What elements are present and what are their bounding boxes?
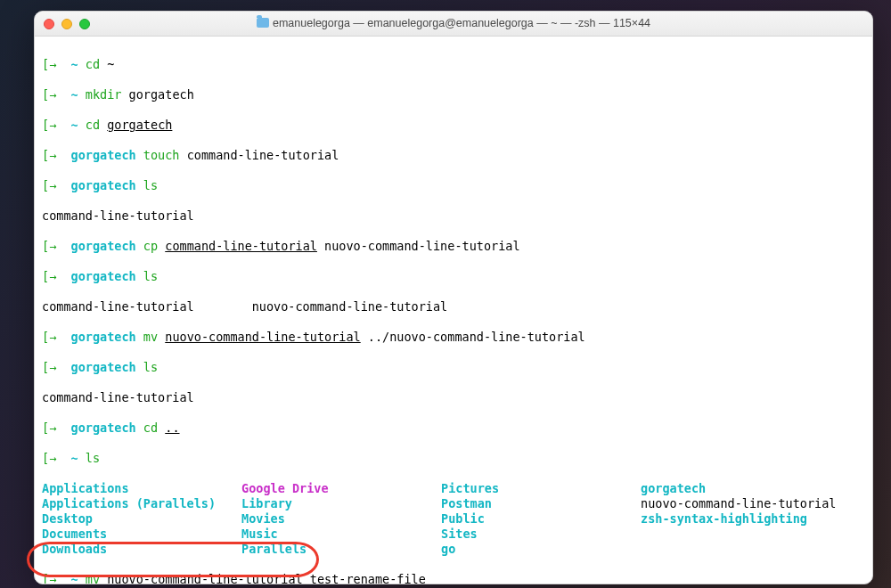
list-item: Applications bbox=[42, 481, 241, 496]
list-item: Documents bbox=[42, 527, 241, 542]
list-item: Library bbox=[241, 496, 441, 511]
output-line: command-line-tutorial bbox=[42, 208, 865, 224]
list-item: gorgatech bbox=[641, 481, 840, 496]
list-item: Postman bbox=[441, 496, 641, 511]
titlebar: emanuelegorga — emanuelegorga@emanuelego… bbox=[35, 12, 872, 37]
list-item: nuovo-command-line-tutorial bbox=[641, 496, 840, 511]
list-item: Applications (Parallels) bbox=[42, 496, 241, 511]
output-line: command-line-tutorial nuovo-command-line… bbox=[42, 299, 865, 314]
window-title: emanuelegorga — emanuelegorga@emanuelego… bbox=[35, 16, 872, 31]
list-item: Pictures bbox=[441, 481, 641, 496]
list-item: zsh-syntax-highlighting bbox=[641, 511, 840, 527]
close-icon[interactable] bbox=[44, 19, 54, 29]
prompt-line: [→ ~ cd ~ bbox=[42, 57, 865, 72]
list-item: Google Drive bbox=[241, 481, 441, 496]
list-item: go bbox=[441, 542, 641, 557]
list-item: Downloads bbox=[42, 542, 241, 557]
prompt-line: [→ gorgatech ls bbox=[42, 178, 865, 193]
prompt-line: [→ gorgatech ls bbox=[42, 360, 865, 375]
list-item: Movies bbox=[241, 511, 441, 527]
folder-icon bbox=[257, 18, 269, 28]
title-text: emanuelegorga — emanuelegorga@emanuelego… bbox=[273, 17, 650, 29]
prompt-line: [→ gorgatech mv nuovo-command-line-tutor… bbox=[42, 330, 865, 345]
prompt-line: [→ ~ ls bbox=[42, 451, 865, 466]
list-item: Public bbox=[441, 511, 641, 527]
minimize-icon[interactable] bbox=[61, 19, 72, 29]
traffic-lights bbox=[44, 19, 90, 29]
list-item: Sites bbox=[441, 527, 641, 542]
prompt-line: [→ ~ mkdir gorgatech bbox=[42, 87, 865, 102]
prompt-line: [→ gorgatech touch command-line-tutorial bbox=[42, 148, 865, 163]
prompt-line: [→ ~ cd gorgatech bbox=[42, 118, 865, 133]
prompt-line: [→ ~ mv nuovo-command-line-tutorial test… bbox=[42, 572, 865, 584]
prompt-line: [→ gorgatech ls bbox=[42, 269, 865, 284]
ls-output-1: ApplicationsApplications (Parallels)Desk… bbox=[42, 481, 865, 557]
list-item: Music bbox=[241, 527, 441, 542]
terminal-body[interactable]: [→ ~ cd ~ [→ ~ mkdir gorgatech [→ ~ cd g… bbox=[35, 37, 872, 584]
output-line: command-line-tutorial bbox=[42, 390, 865, 405]
prompt-line: [→ gorgatech cd .. bbox=[42, 421, 865, 436]
list-item: Parallels bbox=[241, 542, 441, 557]
terminal-window: emanuelegorga — emanuelegorga@emanuelego… bbox=[34, 11, 873, 584]
prompt-line: [→ gorgatech cp command-line-tutorial nu… bbox=[42, 239, 865, 254]
list-item: Desktop bbox=[42, 511, 241, 527]
maximize-icon[interactable] bbox=[79, 19, 90, 29]
